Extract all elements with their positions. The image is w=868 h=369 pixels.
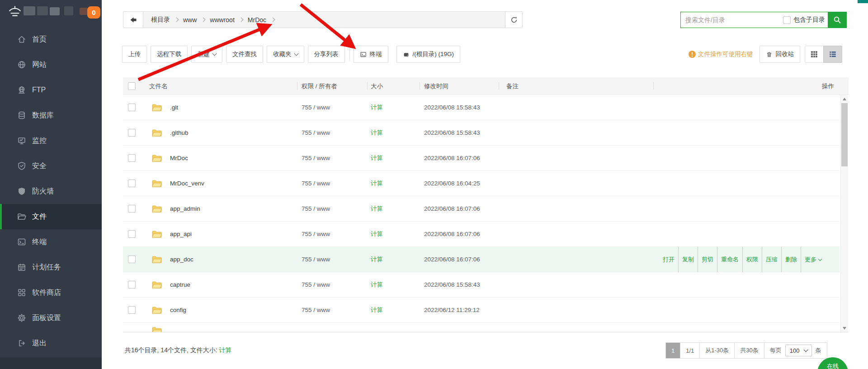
file-size-calc-link[interactable]: 计算 (371, 120, 383, 146)
file-size-calc-link[interactable]: 计算 (371, 196, 383, 222)
folder-icon (152, 281, 162, 289)
breadcrumb-mrdoc[interactable]: MrDoc (246, 16, 268, 24)
file-size-calc-link[interactable]: 计算 (371, 146, 383, 171)
sidebar-item-logout[interactable]: 退出 (0, 331, 102, 356)
table-row-partial[interactable] (123, 323, 840, 332)
sidebar-item-ftp[interactable]: FTP (0, 77, 102, 103)
sidebar-item-monitor[interactable]: 监控 (0, 128, 102, 153)
panel-logo[interactable]: 0 (0, 0, 102, 25)
search-button[interactable] (828, 12, 847, 28)
disk-selector-button[interactable]: /(根目录) (19G) (396, 46, 461, 63)
sidebar-item-settings[interactable]: 面板设置 (0, 305, 102, 331)
sidebar-item-label: 终端 (32, 237, 47, 247)
terminal-button[interactable]: 终端 (354, 46, 388, 63)
col-filename[interactable]: 文件名 (149, 77, 168, 95)
sidebar-item-website[interactable]: 网站 (0, 52, 102, 77)
row-checkbox[interactable] (128, 205, 136, 213)
action-delete[interactable]: 删除 (781, 247, 801, 272)
table-row[interactable]: app_api 755 / www 计算 2022/06/08 16:07:06 (123, 222, 840, 247)
button-label: 新建 (198, 50, 210, 58)
sidebar-item-cron[interactable]: 计划任务 (0, 255, 102, 280)
file-name[interactable]: .git (170, 95, 178, 120)
select-all-checkbox[interactable] (128, 82, 136, 90)
row-checkbox[interactable] (128, 154, 136, 162)
scrollbar-thumb[interactable] (841, 103, 848, 166)
sidebar-item-database[interactable]: 数据库 (0, 103, 102, 128)
size-calc-link[interactable]: 计算 (219, 346, 231, 354)
online-support-float-button[interactable]: 在线 (817, 357, 848, 369)
action-copy[interactable]: 复制 (678, 247, 698, 272)
share-list-button[interactable]: 分享列表 (308, 46, 345, 63)
row-checkbox[interactable] (128, 180, 136, 187)
recycle-bin-button[interactable]: 回收站 (760, 46, 801, 63)
list-view-toggle[interactable] (823, 46, 842, 63)
row-checkbox[interactable] (128, 104, 136, 111)
include-subdir-option[interactable]: 包含子目录 (783, 16, 825, 24)
sidebar-item-security[interactable]: 安全 (0, 153, 102, 179)
table-row[interactable]: config 755 / www 计算 2022/06/12 11:29:12 (123, 298, 840, 323)
file-name[interactable]: .github (170, 120, 189, 146)
page-current[interactable]: 1 (665, 342, 680, 359)
grid-view-toggle[interactable] (805, 46, 824, 63)
row-checkbox[interactable] (128, 230, 136, 238)
search-input[interactable] (681, 12, 783, 28)
row-checkbox[interactable] (128, 281, 136, 289)
table-row-selected[interactable]: app_doc 755 / www 计算 2022/06/08 16:07:06… (123, 247, 840, 272)
col-permission-owner[interactable]: 权限 / 所有者 (302, 77, 337, 95)
table-row[interactable]: MrDoc 755 / www 计算 2022/06/08 16:07:06 (123, 146, 840, 171)
table-row[interactable]: MrDoc_venv 755 / www 计算 2022/06/08 16:04… (123, 171, 840, 196)
scroll-down-arrow-icon[interactable] (843, 327, 846, 330)
file-name[interactable]: app_api (170, 222, 192, 247)
file-size-calc-link[interactable]: 计算 (371, 272, 383, 298)
file-name[interactable]: MrDoc_venv (170, 171, 204, 196)
file-size-calc-link[interactable]: 计算 (371, 171, 383, 196)
breadcrumb-root[interactable]: 根目录 (150, 16, 171, 24)
action-permission[interactable]: 权限 (742, 247, 762, 272)
row-checkbox[interactable] (128, 129, 136, 137)
file-size-calc-link[interactable]: 计算 (371, 247, 383, 272)
sidebar-item-home[interactable]: 首页 (0, 27, 102, 52)
sidebar-item-appstore[interactable]: 软件商店 (0, 280, 102, 305)
table-row[interactable]: .git 755 / www 计算 2022/06/08 15:58:43 (123, 95, 840, 120)
breadcrumb-wwwroot[interactable]: wwwroot (208, 16, 236, 24)
file-name[interactable]: app_admin (170, 196, 200, 222)
page-size-select[interactable]: 100 (785, 345, 812, 356)
file-name[interactable]: app_doc (170, 247, 193, 272)
col-mtime[interactable]: 修改时间 (424, 77, 448, 95)
file-name[interactable]: captrue (170, 272, 190, 298)
breadcrumb-www[interactable]: www (182, 16, 198, 24)
button-label: 回收站 (776, 50, 794, 58)
message-count-badge[interactable]: 0 (87, 6, 100, 19)
sidebar-item-terminal[interactable]: 终端 (0, 229, 102, 255)
col-size[interactable]: 大小 (371, 77, 383, 95)
remote-download-button[interactable]: 远程下载 (151, 46, 188, 63)
refresh-button[interactable] (505, 12, 522, 28)
row-checkbox[interactable] (128, 306, 136, 314)
action-compress[interactable]: 压缩 (762, 247, 781, 272)
row-checkbox[interactable] (128, 255, 136, 263)
action-rename[interactable]: 重命名 (717, 247, 742, 272)
file-find-button[interactable]: 文件查找 (226, 46, 263, 63)
action-more[interactable]: 更多 (801, 247, 825, 272)
table-row[interactable]: captrue 755 / www 计算 2022/06/08 15:58:43 (123, 272, 840, 298)
scroll-up-arrow-icon[interactable] (843, 98, 846, 100)
sidebar-item-files[interactable]: 文件 (0, 204, 102, 229)
sidebar-item-firewall[interactable]: 防火墙 (0, 179, 102, 204)
file-name[interactable]: MrDoc (170, 146, 188, 171)
file-size-calc-link[interactable]: 计算 (371, 222, 383, 247)
table-row[interactable]: .github 755 / www 计算 2022/06/08 15:58:43 (123, 120, 840, 146)
file-size-calc-link[interactable]: 计算 (371, 95, 383, 120)
col-note[interactable]: 备注 (506, 77, 519, 95)
back-button[interactable] (123, 12, 143, 28)
file-name[interactable]: config (170, 298, 186, 323)
include-subdir-checkbox[interactable] (783, 16, 791, 24)
table-scrollbar[interactable] (840, 95, 848, 332)
table-row[interactable]: app_admin 755 / www 计算 2022/06/08 16:07:… (123, 196, 840, 222)
shield-check-icon (17, 161, 26, 170)
file-size-calc-link[interactable]: 计算 (371, 298, 383, 323)
favorites-button[interactable]: 收藏夹 (267, 46, 304, 63)
action-cut[interactable]: 剪切 (698, 247, 717, 272)
action-open[interactable]: 打开 (659, 247, 678, 272)
upload-button[interactable]: 上传 (122, 46, 147, 63)
new-file-button[interactable]: 新建 (191, 46, 222, 63)
